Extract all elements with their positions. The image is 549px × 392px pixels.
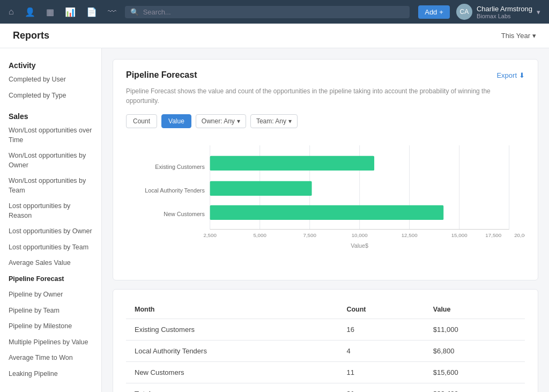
report-card-header: Pipeline Forecast Export ⬇ [126, 70, 525, 80]
layout: Activity Completed by User Completed by … [0, 48, 549, 392]
cell-month: New Customers [126, 362, 338, 383]
sidebar-item-pipeline-owner[interactable]: Pipeline by Owner [0, 287, 101, 303]
sidebar-item-pipeline-forecast[interactable]: Pipeline Forecast [0, 271, 101, 287]
cell-value: $33,400 [425, 383, 525, 393]
page-title: Reports [13, 30, 49, 41]
sidebar-item-pipeline-team[interactable]: Pipeline by Team [0, 303, 101, 319]
cell-value: $15,600 [425, 362, 525, 383]
reports-icon[interactable]: 📊 [65, 7, 76, 17]
report-description: Pipeline Forecast shows the value and co… [126, 86, 525, 106]
table-row: Existing Customers16$11,000 [126, 319, 525, 341]
main-content: Pipeline Forecast Export ⬇ Pipeline Fore… [102, 48, 549, 392]
export-button[interactable]: Export ⬇ [496, 71, 525, 79]
svg-text:12,500: 12,500 [402, 232, 418, 238]
sidebar-item-avg-sales[interactable]: Average Sales Value [0, 255, 101, 271]
sidebar-item-pipeline-milestone[interactable]: Pipeline by Milestone [0, 319, 101, 335]
sidebar-item-lost-team[interactable]: Lost opportunities by Team [0, 240, 101, 256]
owner-filter[interactable]: Owner: Any ▾ [196, 114, 246, 128]
cell-count: 11 [338, 362, 424, 383]
chevron-down-icon: ▾ [237, 117, 240, 125]
top-navigation: ⌂ 👤 ▦ 📊 📄 〰 🔍 Add + CA Charlie Armstrong… [0, 0, 549, 24]
svg-text:10,000: 10,000 [352, 232, 368, 238]
team-filter[interactable]: Team: Any ▾ [250, 114, 298, 128]
chevron-down-icon: ▾ [532, 32, 536, 40]
table-body: Existing Customers16$11,000Local Authori… [126, 319, 525, 393]
add-button[interactable]: Add + [418, 5, 450, 19]
filter-bar: Count Value Owner: Any ▾ Team: Any ▾ [126, 114, 525, 128]
bar-chart: Existing Customers Local Authority Tende… [126, 139, 525, 257]
cell-count: 4 [338, 341, 424, 362]
search-icon: 🔍 [130, 8, 139, 16]
user-name: Charlie Armstrong [477, 5, 532, 13]
table-row: Local Authority Tenders4$6,800 [126, 341, 525, 362]
svg-text:2,500: 2,500 [203, 232, 217, 238]
svg-text:Value$: Value$ [351, 242, 368, 249]
analytics-icon[interactable]: 〰 [108, 7, 116, 17]
data-table: Month Count Value Existing Customers16$1… [126, 300, 525, 392]
cell-month: Total [126, 383, 338, 393]
documents-icon[interactable]: 📄 [86, 7, 97, 17]
svg-text:17,500: 17,500 [485, 232, 501, 238]
nav-icons: ⌂ 👤 ▦ 📊 📄 〰 [9, 7, 116, 17]
svg-text:Local Authority Tenders: Local Authority Tenders [145, 187, 205, 194]
sidebar-section-sales: Sales Won/Lost opportunities over Time W… [0, 108, 101, 382]
chart-area: Existing Customers Local Authority Tende… [126, 139, 525, 269]
home-icon[interactable]: ⌂ [9, 7, 14, 17]
table-row: New Customers11$15,600 [126, 362, 525, 383]
search-input[interactable] [143, 8, 405, 16]
sidebar: Activity Completed by User Completed by … [0, 48, 102, 392]
sidebar-item-won-lost-time[interactable]: Won/Lost opportunities over Time [0, 123, 101, 148]
cell-value: $6,800 [425, 341, 525, 362]
sidebar-item-completed-by-user[interactable]: Completed by User [0, 72, 101, 88]
table-row: Total31$33,400 [126, 383, 525, 393]
table-head: Month Count Value [126, 300, 525, 319]
cell-value: $11,000 [425, 319, 525, 341]
sidebar-item-multiple-pipelines[interactable]: Multiple Pipelines by Value [0, 335, 101, 351]
cell-month: Local Authority Tenders [126, 341, 338, 362]
contacts-icon[interactable]: 👤 [25, 7, 35, 17]
bar-new-customers [210, 205, 444, 220]
avatar: CA [456, 4, 472, 20]
sidebar-item-won-lost-team[interactable]: Won/Lost opportunities by Team [0, 173, 101, 198]
period-selector[interactable]: This Year ▾ [501, 32, 536, 40]
search-bar[interactable]: 🔍 [125, 6, 410, 18]
export-icon: ⬇ [519, 71, 525, 79]
sidebar-section-activity: Activity Completed by User Completed by … [0, 57, 101, 103]
col-value: Value [425, 300, 525, 319]
svg-text:New Customers: New Customers [164, 211, 204, 217]
report-table-card: Month Count Value Existing Customers16$1… [113, 289, 538, 392]
bar-existing-customers [210, 156, 374, 171]
svg-text:Existing Customers: Existing Customers [155, 164, 205, 170]
user-text: Charlie Armstrong Biomax Labs [477, 5, 532, 19]
svg-text:20,000: 20,000 [514, 232, 525, 238]
page-header: Reports This Year ▾ [0, 24, 549, 48]
add-icon: + [439, 8, 443, 16]
bar-local-authority [210, 181, 312, 196]
sidebar-section-title-sales: Sales [0, 108, 101, 123]
report-title: Pipeline Forecast [126, 70, 197, 80]
add-label: Add [425, 8, 437, 16]
svg-text:15,000: 15,000 [451, 232, 468, 238]
chevron-down-icon: ▾ [537, 8, 540, 16]
sidebar-section-title-activity: Activity [0, 57, 101, 72]
user-menu[interactable]: CA Charlie Armstrong Biomax Labs ▾ [456, 4, 540, 20]
topnav-right: Add + CA Charlie Armstrong Biomax Labs ▾ [418, 4, 540, 20]
sidebar-item-lost-reason[interactable]: Lost opportunities by Reason [0, 198, 101, 224]
svg-text:5,000: 5,000 [253, 232, 266, 238]
sidebar-item-completed-by-type[interactable]: Completed by Type [0, 88, 101, 104]
sidebar-item-leaking[interactable]: Leaking Pipeline [0, 366, 101, 382]
cell-count: 31 [338, 383, 424, 393]
sidebar-item-lost-owner[interactable]: Lost opportunities by Owner [0, 224, 101, 240]
user-company: Biomax Labs [477, 13, 532, 19]
value-filter-button[interactable]: Value [161, 114, 191, 128]
cell-count: 16 [338, 319, 424, 341]
col-month: Month [126, 300, 338, 319]
calendar-icon[interactable]: ▦ [46, 7, 54, 17]
chevron-down-icon: ▾ [288, 117, 292, 125]
report-chart-card: Pipeline Forecast Export ⬇ Pipeline Fore… [113, 59, 538, 280]
svg-text:7,500: 7,500 [303, 232, 316, 238]
sidebar-item-avg-time[interactable]: Average Time to Won [0, 350, 101, 366]
cell-month: Existing Customers [126, 319, 338, 341]
count-filter-button[interactable]: Count [126, 114, 157, 128]
sidebar-item-won-lost-owner[interactable]: Won/Lost opportunities by Owner [0, 148, 101, 173]
